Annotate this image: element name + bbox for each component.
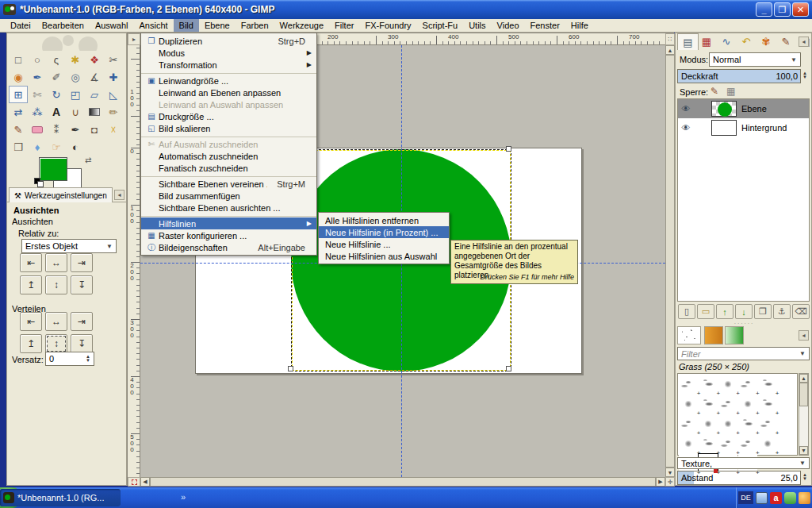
menu-item[interactable]: Bild zusammenfügen	[141, 190, 316, 202]
brush-item[interactable]	[699, 414, 718, 433]
tool-button[interactable]: ς	[47, 51, 66, 68]
tab-tool-options[interactable]: ⚒ Werkzeugeinstellungen	[9, 187, 113, 202]
tool-button[interactable]: ✄	[28, 86, 47, 103]
opacity-slider[interactable]: Deckkraft 100,0	[677, 69, 801, 83]
distribute-button[interactable]: ⇤	[20, 312, 42, 331]
menu-bar-item[interactable]: Datei	[5, 19, 36, 32]
align-button[interactable]: ⇤	[20, 253, 42, 272]
brush-item[interactable]	[738, 434, 757, 453]
tool-button[interactable]: ✚	[104, 68, 123, 86]
eye-icon[interactable]: 👁	[678, 104, 694, 114]
brush-item[interactable]	[679, 394, 698, 414]
menu-item[interactable]: ◱ Bild skalieren	[141, 122, 316, 134]
menu-item[interactable]: Hilfslinien ▶	[141, 217, 316, 229]
menu-item[interactable]: ❐ Duplizieren Strg+D	[141, 35, 316, 47]
tool-button[interactable]: ❖	[85, 51, 104, 68]
align-button[interactable]: ↧	[71, 275, 93, 294]
scroll-up-icon[interactable]: ▲	[799, 374, 808, 383]
submenu-item[interactable]: Alle Hilfslinien entfernen	[319, 214, 449, 226]
tool-button[interactable]: ▱	[85, 86, 104, 103]
menu-item[interactable]: ▤ Druckgröße ...	[141, 110, 316, 122]
distribute-button[interactable]: ⇥	[71, 312, 93, 331]
eye-icon[interactable]: 👁	[678, 123, 694, 133]
brush-item[interactable]	[699, 394, 718, 414]
brush-item[interactable]	[679, 375, 698, 394]
reset-colors-icon[interactable]	[34, 178, 44, 186]
tool-button[interactable]: ◎	[66, 68, 85, 86]
tool-button[interactable]: ✎	[9, 121, 28, 138]
dock-tab[interactable]: ▤	[677, 33, 699, 50]
tab-gradients[interactable]	[725, 326, 744, 344]
brush-item[interactable]	[758, 375, 777, 394]
tool-button[interactable]: □	[9, 51, 28, 68]
tool-button[interactable]: ⊞	[9, 86, 28, 103]
update-tray-icon[interactable]	[799, 492, 810, 504]
menu-item[interactable]: Transformation ▶	[141, 59, 316, 71]
brush-item[interactable]	[738, 375, 757, 394]
menu-bar-item[interactable]: Farben	[236, 19, 274, 32]
tool-button[interactable]: ☓	[104, 121, 123, 138]
layer-action-button[interactable]: ⚓	[773, 304, 791, 319]
vertical-scrollbar[interactable]: ▲ ▼	[665, 45, 675, 477]
tool-button[interactable]: ✐	[47, 68, 66, 86]
brush-item[interactable]	[718, 394, 737, 414]
vertical-scroll-thumb[interactable]	[665, 55, 675, 468]
spacing-spinner-icon[interactable]: ▲▼	[802, 473, 807, 481]
submenu-item[interactable]: Neue Hilfslinien aus Auswahl	[319, 250, 449, 262]
menu-bar-item[interactable]: Hilfe	[565, 19, 594, 32]
selection-handle[interactable]	[506, 146, 511, 152]
language-indicator[interactable]: DE	[738, 491, 753, 504]
layer-action-button[interactable]: ▯	[678, 304, 695, 319]
tool-button[interactable]: ○	[28, 51, 47, 68]
swap-colors-icon[interactable]: ⇄	[85, 156, 91, 164]
tool-button[interactable]: ✂	[104, 51, 123, 68]
tool-button[interactable]: ◘	[85, 121, 104, 138]
lock-alpha-icon[interactable]: ▦	[726, 86, 735, 97]
maximize-button[interactable]: ❐	[774, 2, 791, 17]
antivirus-tray-icon[interactable]: a	[770, 492, 782, 504]
dock-tab[interactable]: ▦	[697, 33, 716, 50]
tool-button[interactable]	[28, 121, 47, 138]
tool-button[interactable]: ∪	[66, 103, 85, 121]
scroll-up-icon[interactable]: ▲	[665, 45, 675, 55]
menu-bar-item[interactable]: FX-Foundry	[359, 19, 416, 32]
dock-tab[interactable]: ↶	[737, 33, 756, 50]
relative-to-select[interactable]: Erstes Objekt ▼	[21, 239, 117, 253]
quickmask-toggle-icon[interactable]	[128, 477, 140, 487]
tool-button[interactable]: ∡	[85, 68, 104, 86]
brush-item[interactable]	[679, 434, 698, 453]
submenu-item[interactable]: Neue Hilfslinie (in Prozent) ...	[319, 226, 449, 238]
tool-button[interactable]: ◺	[104, 86, 123, 103]
quicklaunch-chevron-icon[interactable]: »	[181, 492, 186, 502]
scroll-down-icon[interactable]: ▼	[799, 446, 808, 455]
align-button[interactable]: ↔	[45, 253, 67, 272]
brush-item[interactable]	[758, 394, 777, 414]
tab-brushes-active[interactable]	[677, 326, 701, 344]
horizontal-scrollbar[interactable]: ◀ ▶	[140, 477, 665, 487]
menu-item[interactable]: Sichtbare Ebenen vereinen ... Strg+M	[141, 178, 316, 190]
brush-item[interactable]	[738, 394, 757, 414]
shield-tray-icon[interactable]	[784, 492, 796, 504]
tool-button[interactable]: ◰	[66, 86, 85, 103]
distribute-button[interactable]: ↔	[45, 312, 67, 331]
minimize-button[interactable]: _	[756, 2, 772, 17]
align-button[interactable]: ⇥	[71, 253, 93, 272]
menu-bar-item[interactable]: Script-Fu	[417, 19, 464, 32]
tab-patterns[interactable]	[704, 326, 723, 344]
layer-row[interactable]: 👁 Hintergrund	[678, 118, 809, 137]
tool-button[interactable]: A	[47, 103, 66, 121]
brush-item[interactable]	[718, 414, 737, 433]
menu-item[interactable]: Sichtbare Ebenen ausrichten ...	[141, 202, 316, 214]
vertical-ruler[interactable]: 1000100200300400500	[128, 45, 140, 477]
tool-button[interactable]: ✒	[66, 121, 85, 138]
distribute-button[interactable]: ↥	[20, 334, 42, 353]
brush-item[interactable]	[718, 434, 737, 453]
dock-tab[interactable]: ✾	[756, 33, 776, 50]
brush-filter-input[interactable]: Filter ▼	[677, 347, 810, 360]
brush-item[interactable]	[758, 414, 777, 433]
brush-item[interactable]	[758, 434, 777, 453]
layer-action-button[interactable]: ▭	[697, 304, 714, 319]
brush-item[interactable]	[679, 414, 698, 433]
brush-item[interactable]	[699, 434, 718, 453]
tool-button[interactable]: ❒	[9, 138, 28, 156]
